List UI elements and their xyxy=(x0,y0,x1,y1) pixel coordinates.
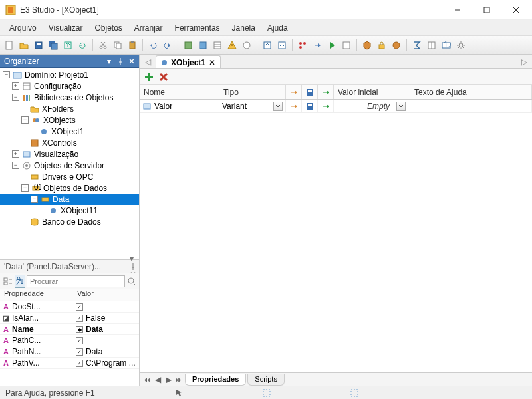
menu-ajuda[interactable]: Ajuda xyxy=(262,21,293,35)
col-valor-inicial[interactable]: Valor inicial xyxy=(334,85,410,99)
open-icon[interactable] xyxy=(17,39,31,52)
collapse-icon[interactable]: − xyxy=(31,196,38,203)
dropdown-icon[interactable] xyxy=(396,102,406,111)
menu-janela[interactable]: Janela xyxy=(227,21,261,35)
pin-icon[interactable] xyxy=(130,263,136,270)
lock-icon[interactable] xyxy=(375,39,388,52)
collapse-icon[interactable]: − xyxy=(3,71,10,78)
menu-visualizar[interactable]: Visualizar xyxy=(43,21,88,35)
tab-close-icon[interactable]: ✕ xyxy=(208,59,216,66)
property-value[interactable]: Data xyxy=(86,347,102,356)
cell-tipo[interactable]: Variant xyxy=(222,102,247,111)
tab-nav-left-icon[interactable]: ◁ xyxy=(142,55,153,68)
property-row[interactable]: ◪IsAlar...✓False xyxy=(0,313,139,324)
property-value[interactable]: Data xyxy=(86,325,103,334)
close-button[interactable] xyxy=(501,1,531,19)
property-checkbox[interactable]: ◆ xyxy=(76,326,83,333)
property-row[interactable]: AName◆Data xyxy=(0,324,139,335)
bottom-tab-propriedades[interactable]: Propriedades xyxy=(185,374,246,386)
save-all-icon[interactable] xyxy=(47,39,60,52)
col-texto-ajuda[interactable]: Texto de Ajuda xyxy=(410,85,532,99)
cube-icon[interactable] xyxy=(360,39,374,52)
menu-ferramentas[interactable]: Ferramentas xyxy=(170,21,225,35)
cut-icon[interactable] xyxy=(96,39,110,52)
tool-c-icon[interactable] xyxy=(211,39,224,52)
tree-libs[interactable]: Bibliotecas de Objetos xyxy=(34,93,113,102)
property-row[interactable]: APathC...✓ xyxy=(0,335,139,346)
collapse-icon[interactable]: − xyxy=(12,94,19,101)
paste-icon[interactable] xyxy=(126,39,139,52)
bottom-tab-scripts[interactable]: Scripts xyxy=(247,374,285,386)
property-checkbox[interactable]: ✓ xyxy=(76,348,83,356)
tabnav-first-icon[interactable]: ⏮ xyxy=(142,374,152,385)
property-value[interactable]: C:\Program ... xyxy=(86,358,136,368)
tree-viz[interactable]: Visualização xyxy=(34,150,78,159)
save-icon[interactable] xyxy=(32,39,45,52)
cell-valor-inicial[interactable]: Empty xyxy=(367,102,390,111)
tool-a-icon[interactable] xyxy=(182,39,195,52)
sigma-icon[interactable] xyxy=(410,39,424,52)
redo-icon[interactable] xyxy=(161,39,174,52)
tree-xobject1[interactable]: XObject1 xyxy=(51,127,84,136)
book-icon[interactable] xyxy=(425,39,438,52)
search-input[interactable] xyxy=(27,275,125,287)
warning-icon[interactable] xyxy=(225,39,239,52)
col-action-a[interactable] xyxy=(286,85,302,99)
property-definition-grid[interactable]: Nome Tipo Valor inicial Texto de Ajuda V… xyxy=(140,85,532,372)
copy-icon[interactable] xyxy=(111,39,124,52)
tree-db[interactable]: Banco de Dados xyxy=(42,217,101,227)
cell-nome[interactable]: Valor xyxy=(154,102,172,111)
tree-xcontrols[interactable]: XControls xyxy=(42,138,77,148)
new-icon[interactable] xyxy=(3,39,16,52)
grid-row[interactable]: Valor Variant Empty xyxy=(140,100,532,113)
alpha-sort-icon[interactable]: AZ xyxy=(15,275,25,288)
menu-arranjar[interactable]: Arranjar xyxy=(129,21,168,35)
collapse-icon[interactable]: − xyxy=(21,184,29,192)
tool-e-icon[interactable] xyxy=(275,39,289,52)
cell-action-a[interactable] xyxy=(286,100,302,112)
col-tipo[interactable]: Tipo xyxy=(219,85,286,99)
cell-action-b[interactable] xyxy=(318,100,334,112)
maximize-button[interactable] xyxy=(472,1,501,19)
organizer-tree[interactable]: −Domínio: Projeto1 +Configuração −Biblio… xyxy=(0,68,139,259)
export-icon[interactable] xyxy=(61,39,74,52)
add-row-icon[interactable] xyxy=(144,72,154,82)
tool-g-icon[interactable] xyxy=(390,39,403,52)
expand-icon[interactable]: + xyxy=(12,150,19,158)
tree-xfolders[interactable]: XFolders xyxy=(42,104,74,114)
property-checkbox[interactable]: ✓ xyxy=(76,303,83,311)
tool-f-icon[interactable] xyxy=(340,39,353,52)
tree-drivers[interactable]: Drivers e OPC xyxy=(42,172,93,182)
tabnav-prev-icon[interactable]: ◀ xyxy=(153,374,162,385)
property-row[interactable]: APathN...✓Data xyxy=(0,346,139,358)
tab-nav-right-icon[interactable]: ▷ xyxy=(519,55,529,68)
undo-icon[interactable] xyxy=(146,39,160,52)
property-value[interactable]: False xyxy=(86,313,105,323)
panel-close-icon[interactable]: ✕ xyxy=(127,57,136,66)
properties-grid[interactable]: PropriedadeValor ADocSt...✓◪IsAlar...✓Fa… xyxy=(0,289,139,386)
tree-server[interactable]: Objetos de Servidor xyxy=(34,161,104,170)
breakpoint-icon[interactable] xyxy=(296,39,309,52)
tree-config[interactable]: Configuração xyxy=(34,82,81,91)
property-checkbox[interactable]: ✓ xyxy=(76,337,83,344)
panel-menu-icon[interactable]: ▾ xyxy=(130,254,134,263)
pin-icon[interactable] xyxy=(116,57,125,66)
refresh-icon[interactable] xyxy=(76,39,89,52)
play-icon[interactable] xyxy=(325,39,338,52)
menu-arquivo[interactable]: Arquivo xyxy=(4,21,42,35)
col-nome[interactable]: Nome xyxy=(140,85,219,99)
tree-data[interactable]: Data xyxy=(53,195,69,204)
tabnav-next-icon[interactable]: ▶ xyxy=(164,374,173,385)
search-icon[interactable] xyxy=(126,275,137,288)
menu-objetos[interactable]: Objetos xyxy=(90,21,128,35)
collapse-icon[interactable]: − xyxy=(21,116,29,124)
tabnav-last-icon[interactable]: ⏭ xyxy=(174,374,184,385)
tool-d-icon[interactable] xyxy=(240,39,253,52)
minimize-button[interactable] xyxy=(443,1,472,19)
tree-dataobjs[interactable]: Objetos de Dados xyxy=(43,184,107,193)
collapse-icon[interactable]: − xyxy=(12,162,19,169)
gear-icon[interactable] xyxy=(454,39,467,52)
col-action-b[interactable] xyxy=(318,85,334,99)
property-checkbox[interactable]: ✓ xyxy=(76,315,83,322)
num-icon[interactable]: 1.0 xyxy=(440,39,453,52)
